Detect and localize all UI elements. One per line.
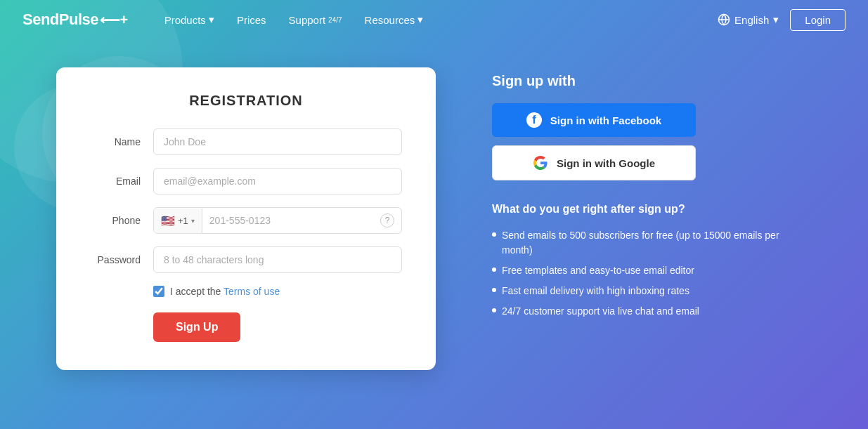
- phone-input[interactable]: [202, 208, 380, 233]
- phone-help-icon[interactable]: ?: [380, 213, 394, 227]
- terms-label: I accept the Terms of use: [170, 286, 280, 297]
- email-row: Email: [90, 168, 402, 194]
- main-content: REGISTRATION Name Email Phone 🇺🇸 +1 ▾ ?: [0, 39, 868, 398]
- right-panel: Sign up with f Sign in with Facebook Sig…: [492, 67, 812, 370]
- login-button[interactable]: Login: [790, 9, 846, 31]
- email-label: Email: [90, 176, 153, 187]
- flag-emoji: 🇺🇸: [161, 214, 175, 227]
- brand-logo[interactable]: SendPulse⟵+: [22, 11, 128, 29]
- facebook-icon: f: [526, 112, 542, 128]
- benefit-item-1: Send emails to 500 subscribers for free …: [492, 225, 812, 260]
- nav-resources[interactable]: Resources ▾: [356, 9, 432, 30]
- brand-icon: ⟵+: [100, 11, 128, 28]
- benefit-item-4: 24/7 customer support via live chat and …: [492, 301, 812, 322]
- benefit-item-2: Free templates and easy-to-use email edi…: [492, 260, 812, 281]
- google-signin-button[interactable]: Sign in with Google: [492, 145, 696, 180]
- nav-support[interactable]: Support24/7: [280, 10, 351, 30]
- password-row: Password: [90, 246, 402, 273]
- name-label: Name: [90, 136, 153, 147]
- language-selector[interactable]: English ▾: [718, 13, 779, 26]
- registration-title: REGISTRATION: [90, 93, 402, 109]
- phone-label: Phone: [90, 215, 153, 226]
- terms-link[interactable]: Terms of use: [224, 286, 280, 297]
- nav-products[interactable]: Products ▾: [156, 9, 223, 30]
- chevron-down-icon: ▾: [209, 13, 214, 26]
- password-label: Password: [90, 254, 153, 265]
- bullet-icon: [492, 232, 496, 237]
- terms-checkbox[interactable]: [153, 286, 164, 297]
- facebook-signin-button[interactable]: f Sign in with Facebook: [492, 103, 696, 137]
- nav-right: English ▾ Login: [718, 9, 846, 31]
- google-icon: [533, 155, 548, 171]
- bullet-icon: [492, 268, 496, 272]
- name-row: Name: [90, 128, 402, 155]
- phone-row: Phone 🇺🇸 +1 ▾ ?: [90, 207, 402, 234]
- nav-links: Products ▾ Prices Support24/7 Resources …: [156, 9, 718, 30]
- bullet-icon: [492, 308, 496, 312]
- benefits-title: What do you get right after sign up?: [492, 203, 812, 216]
- email-input[interactable]: [153, 168, 402, 194]
- phone-flag-selector[interactable]: 🇺🇸 +1 ▾: [154, 209, 202, 233]
- benefits-section: What do you get right after sign up? Sen…: [492, 203, 812, 322]
- benefit-item-3: Fast email delivery with high inboxing r…: [492, 281, 812, 301]
- bullet-icon: [492, 288, 496, 292]
- signup-button[interactable]: Sign Up: [153, 312, 240, 342]
- registration-card: REGISTRATION Name Email Phone 🇺🇸 +1 ▾ ?: [56, 67, 436, 370]
- nav-prices[interactable]: Prices: [228, 10, 275, 30]
- terms-row: I accept the Terms of use: [153, 286, 402, 297]
- phone-wrapper: 🇺🇸 +1 ▾ ?: [153, 207, 402, 234]
- navbar: SendPulse⟵+ Products ▾ Prices Support24/…: [0, 0, 868, 39]
- chevron-down-icon: ▾: [191, 217, 195, 225]
- sign-up-with-title: Sign up with: [492, 73, 812, 89]
- chevron-down-icon: ▾: [417, 13, 423, 26]
- brand-name: SendPulse: [22, 11, 98, 29]
- chevron-down-icon: ▾: [773, 13, 779, 26]
- phone-code: +1: [178, 216, 188, 226]
- globe-icon: [718, 13, 730, 26]
- benefits-list: Send emails to 500 subscribers for free …: [492, 225, 812, 322]
- password-input[interactable]: [153, 246, 402, 273]
- name-input[interactable]: [153, 128, 402, 155]
